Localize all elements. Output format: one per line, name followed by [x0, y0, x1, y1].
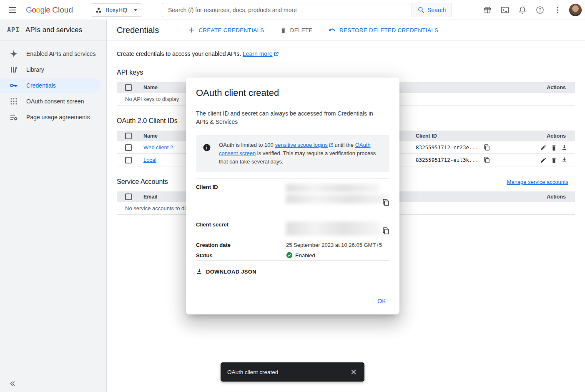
notifications-button[interactable] — [514, 2, 531, 18]
client-id-value: 83255951712-eil3k... — [416, 157, 479, 163]
column-header-actions: Actions — [512, 133, 575, 139]
creation-date-row: Creation date 25 September 2023 at 10:26… — [196, 240, 389, 250]
delete-label: DELETE — [290, 27, 313, 33]
key-icon — [10, 81, 18, 90]
copy-client-id-button[interactable] — [483, 156, 491, 164]
oauth-client-name-link[interactable]: Local — [143, 157, 156, 163]
sidebar-item-library[interactable]: Library — [0, 62, 100, 77]
column-header-actions: Actions — [512, 85, 575, 90]
intro-text: Create credentials to access your enable… — [117, 50, 241, 57]
client-id-redacted-value — [286, 184, 379, 192]
copy-icon — [382, 199, 389, 206]
external-link-icon — [329, 143, 333, 147]
delete-row-button[interactable] — [550, 156, 558, 164]
copy-icon — [484, 157, 490, 163]
more-options-button[interactable] — [549, 2, 566, 18]
create-credentials-button[interactable]: CREATE CREDENTIALS — [184, 24, 269, 37]
hamburger-menu-button[interactable] — [0, 0, 25, 20]
dialog-title: OAuth client created — [196, 88, 389, 98]
edit-button[interactable] — [539, 156, 547, 164]
download-icon — [561, 144, 567, 151]
cloud-shell-icon — [501, 6, 509, 14]
edit-button[interactable] — [539, 143, 547, 152]
api-product-icon: API — [7, 26, 20, 34]
column-header-client-id: Client ID — [416, 133, 512, 139]
google-cloud-logo[interactable]: Google Cloud — [26, 0, 73, 20]
sensitive-scope-logins-link[interactable]: sensitive scope logins — [275, 142, 327, 148]
page-toolbar: Credentials CREATE CREDENTIALS DELETE RE… — [107, 20, 585, 40]
notice-pre: OAuth is limited to 100 — [219, 142, 275, 148]
delete-button[interactable]: DELETE — [275, 23, 318, 37]
create-credentials-label: CREATE CREDENTIALS — [198, 27, 264, 33]
svg-text:?: ? — [539, 8, 541, 13]
copy-client-secret-button[interactable] — [382, 227, 389, 234]
sidebar-nav: Enabled APIs and services Library Creden… — [0, 40, 106, 125]
manage-service-accounts-link[interactable]: Manage service accounts — [507, 179, 568, 185]
copy-client-id-button[interactable] — [483, 143, 491, 151]
intro-line: Create credentials to access your enable… — [117, 50, 575, 57]
sidebar-item-label: Library — [26, 66, 44, 73]
ok-button[interactable]: OK — [373, 294, 390, 308]
sidebar-item-label: OAuth consent screen — [26, 98, 84, 105]
google-logo-text: Google — [26, 5, 50, 15]
help-button[interactable]: ? — [532, 2, 548, 18]
download-json-button[interactable]: DOWNLOAD JSON — [196, 266, 261, 277]
topbar-actions: ? — [479, 0, 582, 20]
creation-date-label: Creation date — [196, 242, 286, 248]
client-id-redacted-value — [286, 194, 389, 204]
sidebar-item-credentials[interactable]: Credentials — [0, 78, 100, 93]
search-bar: Search — [162, 3, 452, 17]
restore-deleted-credentials-button[interactable]: RESTORE DELETED CREDENTIALS — [324, 24, 443, 37]
select-all-checkbox[interactable] — [125, 84, 132, 91]
dialog-body-text: The client ID and secret can always be a… — [196, 109, 379, 126]
download-row-button[interactable] — [560, 156, 568, 164]
sidebar-header: API APIs and services — [0, 20, 106, 40]
api-keys-empty-text: No API keys to display — [117, 96, 179, 102]
sidebar-item-oauth-consent[interactable]: OAuth consent screen — [0, 94, 100, 109]
select-all-checkbox[interactable] — [125, 193, 132, 200]
project-name: BoxyHQ — [105, 7, 127, 13]
sidebar-title: APIs and services — [25, 26, 82, 34]
enabled-apis-icon — [10, 50, 18, 58]
snackbar: OAuth client created — [221, 362, 364, 382]
cloud-shell-button[interactable] — [497, 2, 513, 18]
hamburger-menu-icon — [9, 7, 16, 13]
copy-client-id-button[interactable] — [382, 199, 389, 206]
pencil-icon — [540, 144, 547, 151]
project-selector[interactable]: BoxyHQ — [91, 3, 142, 17]
client-secret-label: Client secret — [196, 221, 286, 236]
oauth-client-name-link[interactable]: Web client 2 — [143, 144, 173, 151]
service-accounts-heading: Service Accounts — [117, 178, 168, 186]
sidebar-item-enabled-apis[interactable]: Enabled APIs and services — [0, 46, 100, 61]
download-icon — [561, 157, 567, 163]
search-input[interactable] — [162, 3, 412, 17]
promotions-button[interactable] — [479, 2, 496, 18]
status-enabled-icon — [286, 252, 293, 259]
sidebar-item-label: Credentials — [26, 82, 56, 89]
snackbar-close-button[interactable] — [346, 364, 361, 379]
sidebar-item-page-usage[interactable]: Page usage agreements — [0, 110, 100, 125]
delete-row-button[interactable] — [550, 143, 558, 152]
row-checkbox[interactable] — [125, 144, 132, 151]
row-checkbox[interactable] — [125, 157, 132, 163]
collapse-sidebar-button[interactable] — [9, 380, 16, 387]
library-icon — [10, 65, 18, 74]
plus-icon — [189, 27, 195, 33]
notice-mid: until the — [333, 142, 355, 148]
download-row-button[interactable] — [560, 143, 568, 152]
copy-icon — [484, 144, 490, 151]
select-all-checkbox[interactable] — [125, 133, 132, 139]
search-button[interactable]: Search — [412, 3, 452, 17]
client-id-value: 83255951712-cr23e... — [416, 144, 479, 151]
oauth-limit-notice: OAuth is limited to 100 sensitive scope … — [196, 135, 389, 172]
trash-icon — [551, 157, 557, 163]
gift-icon — [483, 6, 492, 14]
creation-date-value: 25 September 2023 at 10:26:05 GMT+5 — [286, 242, 389, 248]
oauth-consent-screen-icon — [10, 97, 18, 106]
user-avatar[interactable] — [569, 4, 582, 16]
client-secret-redacted-value — [286, 221, 380, 236]
learn-more-link[interactable]: Learn more — [243, 50, 273, 57]
status-row: Status Enabled — [196, 250, 389, 261]
top-bar: Google Cloud BoxyHQ Search — [0, 0, 585, 20]
download-icon — [196, 268, 203, 275]
